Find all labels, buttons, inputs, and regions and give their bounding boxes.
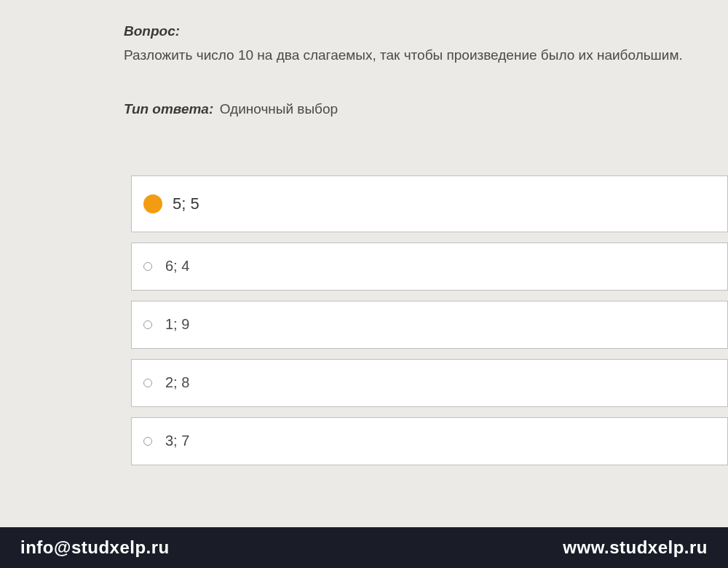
question-section: Вопрос: Разложить число 10 на два слагае… bbox=[0, 0, 728, 66]
options-container: 5; 5 6; 4 1; 9 2; 8 3; 7 bbox=[0, 175, 728, 465]
footer-url: www.studxelp.ru bbox=[563, 537, 708, 558]
option-text: 6; 4 bbox=[165, 258, 189, 275]
option-text: 1; 9 bbox=[165, 316, 189, 333]
content-area: Вопрос: Разложить число 10 на два слагае… bbox=[0, 0, 728, 532]
option-text: 3; 7 bbox=[165, 433, 189, 449]
option-row-1[interactable]: 6; 4 bbox=[131, 242, 728, 291]
option-text: 5; 5 bbox=[173, 194, 199, 213]
option-row-2[interactable]: 1; 9 bbox=[131, 301, 728, 349]
answer-type-value: Одиночный выбор bbox=[220, 101, 338, 117]
radio-unselected-icon bbox=[143, 320, 152, 329]
question-label: Вопрос: bbox=[124, 23, 728, 39]
option-row-4[interactable]: 3; 7 bbox=[131, 417, 728, 465]
option-text: 2; 8 bbox=[165, 374, 189, 391]
footer-bar: info@studxelp.ru www.studxelp.ru bbox=[0, 527, 728, 568]
footer-email: info@studxelp.ru bbox=[20, 537, 170, 558]
option-row-3[interactable]: 2; 8 bbox=[131, 359, 728, 407]
answer-type-label: Тип ответа: bbox=[124, 101, 213, 117]
answer-type-section: Тип ответа: Одиночный выбор bbox=[0, 66, 728, 117]
question-text: Разложить число 10 на два слагаемых, так… bbox=[124, 45, 728, 66]
radio-selected-icon bbox=[143, 194, 162, 213]
radio-unselected-icon bbox=[143, 379, 152, 387]
option-row-0[interactable]: 5; 5 bbox=[131, 175, 728, 232]
radio-unselected-icon bbox=[143, 262, 152, 271]
radio-unselected-icon bbox=[143, 437, 152, 446]
